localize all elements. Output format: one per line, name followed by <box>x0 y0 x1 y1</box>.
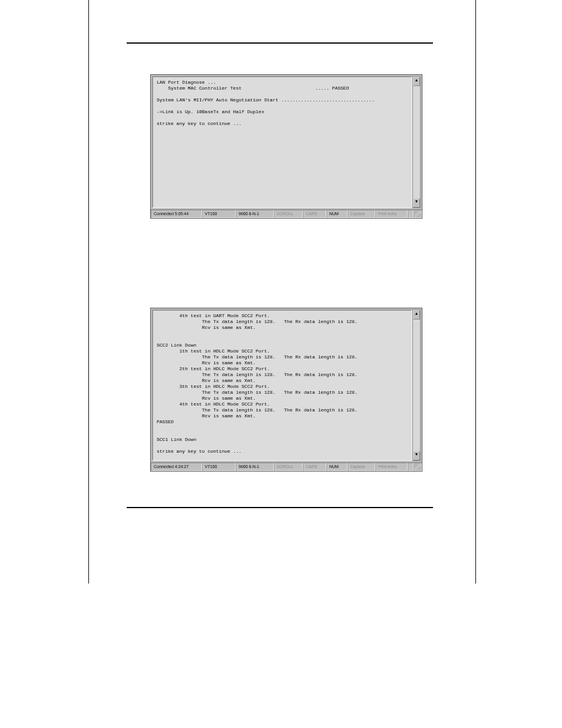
scroll-down-icon[interactable]: ▼ <box>413 451 420 460</box>
page: LAN Port Diagnose ... System MAC Control… <box>0 0 562 728</box>
status-scroll: SCROLL <box>274 463 303 471</box>
divider-top <box>127 42 433 44</box>
scroll-down-icon[interactable]: ▼ <box>413 198 420 207</box>
terminal-body: 4th test in UART Mode SCC2 Port. The Tx … <box>151 308 422 462</box>
status-bar-2: Connected 4:24:27 VT100 9600 8-N-1 SCROL… <box>151 462 422 471</box>
status-emulation: VT100 <box>202 210 236 218</box>
status-spacer <box>408 210 414 218</box>
status-spacer <box>408 463 414 471</box>
scroll-up-icon[interactable]: ▲ <box>413 77 420 86</box>
terminal-body: LAN Port Diagnose ... System MAC Control… <box>151 75 422 209</box>
resize-grip-icon[interactable] <box>414 463 422 471</box>
status-settings: 9600 8-N-1 <box>236 463 274 471</box>
scroll-up-icon[interactable]: ▲ <box>413 310 420 319</box>
margin-line-left <box>88 0 89 584</box>
status-capture: Capture <box>348 210 375 218</box>
margin-line-right <box>475 0 476 584</box>
terminal-output-2: 4th test in UART Mode SCC2 Port. The Tx … <box>152 309 412 461</box>
status-emulation: VT100 <box>202 463 236 471</box>
terminal-output-1: LAN Port Diagnose ... System MAC Control… <box>152 76 412 208</box>
status-num: NUM <box>326 463 348 471</box>
status-num: NUM <box>326 210 348 218</box>
scrollbar[interactable]: ▲ ▼ <box>412 309 421 461</box>
resize-grip-icon[interactable] <box>414 210 422 218</box>
status-connected: Connected 5:05:44 <box>151 210 202 218</box>
status-caps: CAPS <box>303 463 326 471</box>
divider-bottom <box>127 507 433 508</box>
scroll-track[interactable] <box>413 319 420 451</box>
terminal-window-2: 4th test in UART Mode SCC2 Port. The Tx … <box>150 308 422 472</box>
terminal-window-1: LAN Port Diagnose ... System MAC Control… <box>150 74 422 219</box>
scroll-track[interactable] <box>413 86 420 198</box>
scrollbar[interactable]: ▲ ▼ <box>412 76 421 208</box>
status-printecho: Print echo <box>375 210 408 218</box>
status-scroll: SCROLL <box>274 210 303 218</box>
status-caps: CAPS <box>303 210 326 218</box>
status-printecho: Print echo <box>375 463 408 471</box>
status-capture: Capture <box>348 463 375 471</box>
status-settings: 9600 8-N-1 <box>236 210 274 218</box>
status-connected: Connected 4:24:27 <box>151 463 202 471</box>
status-bar-1: Connected 5:05:44 VT100 9600 8-N-1 SCROL… <box>151 209 422 218</box>
